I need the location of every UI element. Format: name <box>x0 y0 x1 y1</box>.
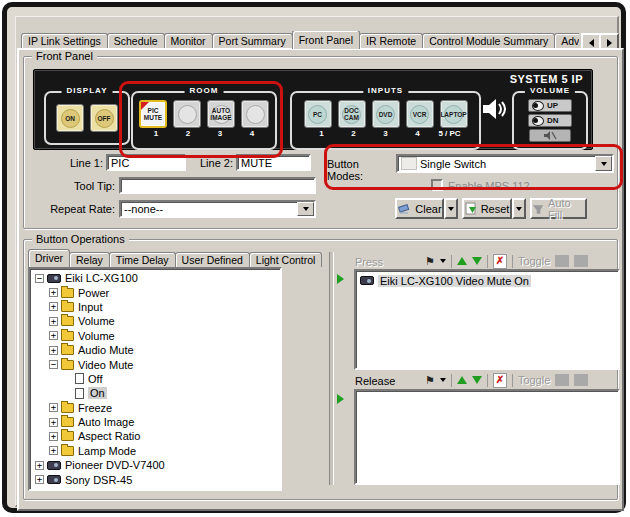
tree-item-volume[interactable]: +Volume <box>33 329 280 343</box>
toggle-swatch-2[interactable] <box>574 255 588 267</box>
tree-item-label: Input <box>78 301 102 313</box>
tree-item-aspect-ratio[interactable]: +Aspect Ratio <box>33 429 280 443</box>
tree-item-sony-dsr-45[interactable]: +Sony DSR-45 <box>33 472 280 486</box>
tooltip-input[interactable] <box>119 177 316 194</box>
flag-dropdown-icon[interactable] <box>440 378 446 382</box>
repeat-rate-select[interactable]: --none-- <box>119 200 316 218</box>
reset-dropdown-button[interactable] <box>512 198 526 219</box>
tree-item-lamp-mode[interactable]: +Lamp Mode <box>33 444 280 458</box>
move-up-icon[interactable] <box>457 257 467 265</box>
tree-item-video-mute[interactable]: −Video Mute <box>33 357 280 371</box>
tab-advanced-configuration[interactable]: Advanced Configuration <box>554 33 579 49</box>
collapse-icon[interactable]: − <box>49 360 58 369</box>
volume-down-button[interactable]: DN <box>528 114 572 127</box>
chevron-down-icon <box>601 162 607 166</box>
move-up-icon[interactable] <box>457 376 467 384</box>
volume-down-icon <box>532 116 544 126</box>
expand-icon[interactable]: + <box>49 403 58 412</box>
expand-icon[interactable]: + <box>35 475 44 484</box>
operations-tab-light-control[interactable]: Light Control <box>249 252 323 267</box>
move-down-icon[interactable] <box>472 257 482 265</box>
operation-item-eiki-lc-xg100-video-mute-on[interactable]: Eiki LC-XG100 Video Mute On <box>358 273 618 288</box>
expand-icon[interactable]: + <box>49 418 58 427</box>
folder-icon <box>61 431 74 441</box>
panel-button-doc-cam[interactable]: DOC CAM <box>338 100 366 128</box>
flag-icon[interactable]: ⚑ <box>425 256 435 267</box>
panel-button-off[interactable]: OFF <box>90 104 118 132</box>
button-modes-dropdown-button[interactable] <box>595 156 612 171</box>
tree-item-off[interactable]: Off <box>33 372 280 386</box>
volume-up-button[interactable]: UP <box>528 99 572 112</box>
expand-icon[interactable]: + <box>49 302 58 311</box>
expand-icon[interactable]: + <box>35 461 44 470</box>
tree-item-power[interactable]: +Power <box>33 285 280 299</box>
expand-icon[interactable]: + <box>49 446 58 455</box>
panel-button-blank[interactable] <box>173 100 201 128</box>
expand-icon[interactable]: + <box>49 331 58 340</box>
line1-input[interactable]: PIC <box>106 154 186 171</box>
operations-tab-relay[interactable]: Relay <box>69 252 110 267</box>
chevron-down-icon <box>303 207 309 211</box>
repeat-rate-dropdown-button[interactable] <box>297 202 314 216</box>
tree-item-volume[interactable]: +Volume <box>33 314 280 328</box>
tab-schedule[interactable]: Schedule <box>107 33 165 49</box>
panel-button-dvd[interactable]: DVD <box>372 100 400 128</box>
tree-item-pioneer-dvd-v7400[interactable]: +Pioneer DVD-V7400 <box>33 458 280 472</box>
reset-button[interactable]: Reset <box>462 198 512 219</box>
panel-button-pic-mute[interactable]: PIC MUTE <box>139 100 167 128</box>
panel-button-pc[interactable]: PC <box>304 100 332 128</box>
panel-button-laptop[interactable]: LAPTOP <box>440 100 468 128</box>
tree-item-input[interactable]: +Input <box>33 300 280 314</box>
operations-tab-user-defined[interactable]: User Defined <box>175 252 250 267</box>
tab-port-summary[interactable]: Port Summary <box>212 33 293 49</box>
line2-label: Line 2: <box>189 157 233 169</box>
expand-icon[interactable]: + <box>49 432 58 441</box>
room-buttons: PIC MUTEAUTO IMAGE <box>133 100 275 128</box>
tab-control-module-summary[interactable]: Control Module Summary <box>422 33 555 49</box>
toggle-swatch-1[interactable] <box>555 255 569 267</box>
panel-button-blank[interactable] <box>241 100 269 128</box>
tab-front-panel[interactable]: Front Panel <box>292 31 360 49</box>
volume-mute-button[interactable] <box>529 129 571 142</box>
panel-button-label: DOC CAM <box>339 107 365 121</box>
flag-dropdown-icon[interactable] <box>440 259 446 263</box>
tree-item-label: Aspect Ratio <box>78 430 140 442</box>
move-down-icon[interactable] <box>472 376 482 384</box>
toggle-swatch-2[interactable] <box>574 374 588 386</box>
panel-button-auto-image[interactable]: AUTO IMAGE <box>207 100 235 128</box>
tree-item-freeze[interactable]: +Freeze <box>33 401 280 415</box>
toggle-swatch-1[interactable] <box>555 374 569 386</box>
expand-icon[interactable]: + <box>49 317 58 326</box>
delete-icon[interactable]: ✗ <box>493 254 507 269</box>
expand-icon[interactable]: + <box>49 346 58 355</box>
operations-tab-driver[interactable]: Driver <box>28 249 70 267</box>
clear-dropdown-button[interactable] <box>444 198 458 219</box>
panel-button-vcr[interactable]: VCR <box>406 100 434 128</box>
button-modes-select[interactable]: Single Switch <box>396 154 614 173</box>
tab-monitor[interactable]: Monitor <box>164 33 213 49</box>
driver-tree[interactable]: −Eiki LC-XG100+Power+Input+Volume+Volume… <box>28 267 282 491</box>
panel-button-on[interactable]: ON <box>56 104 84 132</box>
volume-up-icon <box>532 101 544 111</box>
tree-item-auto-image[interactable]: +Auto Image <box>33 415 280 429</box>
button-modes-value: Single Switch <box>417 158 595 170</box>
press-operations-list[interactable]: Eiki LC-XG100 Video Mute On <box>354 269 620 370</box>
tree-item-audio-mute[interactable]: +Audio Mute <box>33 343 280 357</box>
expand-icon[interactable]: + <box>49 288 58 297</box>
auto-fill-button[interactable]: Auto Fill <box>530 198 587 219</box>
operations-tab-time-delay[interactable]: Time Delay <box>109 252 176 267</box>
clear-button[interactable]: Clear <box>395 198 444 219</box>
tree-item-eiki-lc-xg100[interactable]: −Eiki LC-XG100 <box>33 271 280 285</box>
line2-input[interactable]: MUTE <box>236 154 311 171</box>
tree-item-on[interactable]: On <box>33 386 280 400</box>
tab-ip-link-settings[interactable]: IP Link Settings <box>21 33 108 49</box>
flag-icon[interactable]: ⚑ <box>425 375 435 386</box>
splitter-handle[interactable] <box>329 252 334 485</box>
repeat-rate-value: --none-- <box>121 203 297 215</box>
tab-ir-remote[interactable]: IR Remote <box>359 33 423 49</box>
delete-icon[interactable]: ✗ <box>493 373 507 388</box>
collapse-icon[interactable]: − <box>35 274 44 283</box>
toolbar-separator <box>487 255 488 268</box>
release-operations-list[interactable] <box>354 389 620 485</box>
enable-mps-checkbox[interactable] <box>431 179 443 191</box>
